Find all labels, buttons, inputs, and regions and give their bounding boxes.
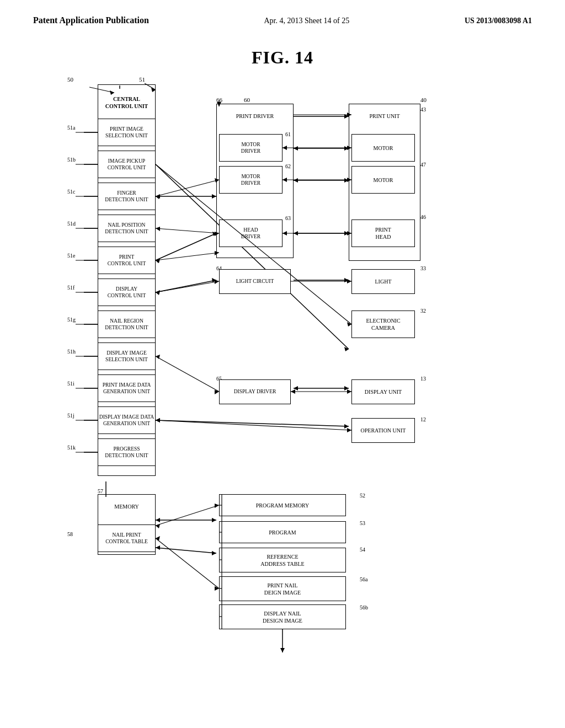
svg-line-105	[156, 538, 219, 588]
svg-marker-84	[347, 428, 351, 432]
svg-marker-15	[156, 194, 160, 199]
svg-marker-39	[344, 278, 349, 282]
ref-51k: 51k	[67, 445, 76, 451]
svg-marker-68	[156, 195, 160, 199]
ref-56a-label: 56a	[360, 576, 367, 582]
ref-51d: 51d	[67, 221, 76, 227]
svg-marker-28	[344, 114, 349, 119]
display-image-selection-box: DISPLAY IMAGESELECTION UNIT	[98, 342, 156, 370]
svg-marker-25	[344, 424, 349, 429]
ref-51a: 51a	[67, 125, 75, 131]
svg-marker-77	[156, 291, 160, 295]
ref-33-label: 33	[420, 265, 426, 271]
ref-51f: 51f	[67, 285, 74, 291]
ref-58-label: 58	[67, 531, 73, 537]
svg-line-16	[156, 233, 216, 260]
patent-diagram: 50 51 CENTRALCONTROL UNIT 51a PRINT IMAG…	[34, 73, 531, 680]
svg-marker-21	[156, 290, 160, 295]
ref-43-label: 43	[420, 106, 426, 113]
ref-51h: 51h	[67, 349, 76, 355]
print-driver-label: PRINT DRIVER	[219, 106, 291, 126]
figure-title: FIG. 14	[0, 47, 565, 68]
ref-51b: 51b	[67, 157, 76, 163]
ref-53-label: 53	[360, 520, 365, 526]
svg-line-19	[156, 280, 216, 292]
svg-line-24	[156, 420, 349, 426]
svg-marker-115	[280, 648, 285, 652]
svg-marker-47	[156, 518, 160, 522]
motor-43-box: MOTOR	[351, 134, 415, 162]
ref-50-label: 50	[67, 76, 73, 83]
ref-51g: 51g	[67, 317, 76, 323]
svg-marker-104	[156, 524, 160, 528]
memory-label-box: MEMORY	[100, 497, 153, 516]
display-nail-design-image-box: DISPLAY NAILDESIGN IMAGE	[219, 604, 346, 629]
ref-51i: 51i	[67, 381, 74, 387]
finger-detection-box: FINGERDETECTION UNIT	[98, 183, 156, 210]
svg-marker-100	[347, 389, 351, 394]
ref-32-label: 32	[420, 308, 426, 314]
svg-marker-26	[156, 418, 160, 422]
print-image-data-gen-box: PRINT IMAGE DATAGENERATION UNIT	[98, 374, 156, 402]
svg-marker-36	[344, 231, 349, 235]
svg-marker-14	[212, 194, 216, 199]
svg-marker-49	[212, 551, 216, 555]
print-nail-design-image-box: PRINT NAILDEIGN IMAGE	[219, 576, 346, 601]
head-driver-box: HEADDRIVER	[219, 220, 282, 247]
svg-marker-17	[212, 232, 216, 236]
print-unit-label: PRINT UNIT	[351, 106, 418, 126]
svg-marker-101	[291, 389, 295, 394]
svg-marker-76	[215, 280, 219, 284]
ref-13-label: 13	[420, 376, 426, 382]
ref-12-label: 12	[420, 416, 426, 422]
display-unit-box: DISPLAY UNIT	[351, 379, 415, 404]
reference-address-table-box: REFERENCEADDRESS TABLE	[219, 548, 346, 572]
svg-marker-82	[156, 355, 160, 359]
svg-marker-30	[344, 146, 349, 151]
program-memory-box: PROGRAM MEMORY	[219, 494, 346, 516]
svg-line-66	[156, 180, 219, 196]
svg-line-72	[156, 253, 219, 260]
ref-57-label: 57	[98, 488, 103, 494]
ref-51e: 51e	[67, 253, 75, 259]
ref-63-label: 63	[285, 215, 291, 221]
svg-marker-23	[344, 347, 349, 351]
print-image-selection-box: PRINT IMAGESELECTION UNIT	[98, 119, 156, 146]
publication-date-sheet: Apr. 4, 2013 Sheet 14 of 25	[264, 17, 349, 25]
svg-marker-42	[294, 386, 298, 390]
image-pickup-control-box: IMAGE PICKUPCONTROL UNIT	[98, 151, 156, 178]
svg-marker-34	[294, 178, 298, 183]
ref-40-label: 40	[420, 97, 427, 103]
svg-marker-81	[215, 390, 219, 394]
ref-46-label: 46	[420, 214, 426, 220]
svg-marker-50	[156, 545, 160, 550]
display-control-box: DISPLAYCONTROL UNIT	[98, 279, 156, 306]
svg-line-83	[156, 420, 351, 430]
svg-marker-20	[212, 278, 216, 282]
ref-66-label: 66	[216, 97, 222, 103]
svg-marker-85	[156, 418, 160, 422]
program-box: PROGRAM	[219, 521, 346, 543]
publication-title: Patent Application Publication	[33, 15, 149, 25]
nail-print-control-table-box: NAIL PRINTCONTROL TABLE	[98, 524, 156, 552]
ref-60-label: 60	[244, 97, 250, 103]
svg-line-75	[156, 281, 219, 292]
ref-61-label: 61	[285, 131, 291, 137]
svg-marker-31	[294, 146, 298, 151]
electronic-camera-box: ELECTRONICCAMERA	[351, 311, 415, 338]
svg-line-102	[156, 505, 219, 526]
svg-marker-46	[212, 518, 216, 522]
svg-marker-74	[156, 259, 160, 263]
operation-unit-box: OPERATION UNIT	[351, 418, 415, 443]
ref-52-label: 52	[360, 493, 365, 499]
print-head-box: PRINTHEAD	[351, 220, 415, 247]
light-circuit-box: LIGHT CIRCUIT	[219, 269, 291, 294]
svg-marker-37	[294, 231, 298, 235]
ref-56b-label: 56b	[360, 604, 368, 611]
light-box: LIGHT	[351, 269, 415, 294]
ref-51-label: 51	[139, 76, 145, 83]
svg-marker-98	[347, 279, 351, 283]
motor-driver-61-box: MOTORDRIVER	[219, 134, 282, 162]
motor-driver-62-box: MOTORDRIVER	[219, 166, 282, 194]
ref-51j: 51j	[67, 413, 74, 419]
